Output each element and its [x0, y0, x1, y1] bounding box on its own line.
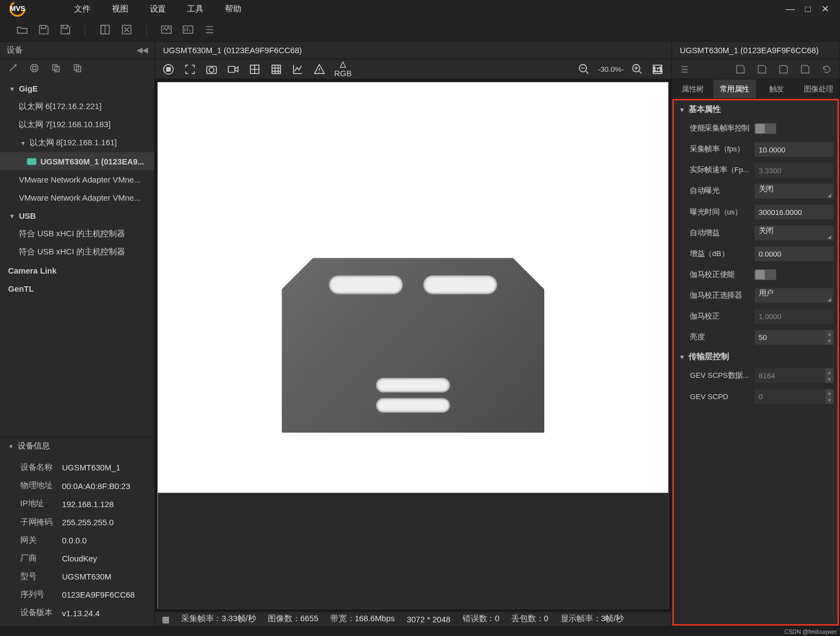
prop-gamma-sel-select[interactable]: 用户	[754, 288, 833, 303]
close-button[interactable]: ✕	[819, 3, 831, 15]
warning-icon[interactable]	[313, 63, 326, 76]
menu-tools[interactable]: 工具	[177, 0, 215, 18]
status-fps-value: 3.33帧/秒	[222, 614, 256, 623]
stop-capture-icon[interactable]	[162, 63, 176, 76]
tree-cameralink[interactable]: Camera Link	[0, 261, 154, 279]
fit-icon[interactable]: 1:1	[651, 63, 664, 76]
spin-up-icon[interactable]: ▲	[825, 368, 833, 376]
main-tab[interactable]: UGSMT630M_1 (0123EA9F9F6CC68)	[155, 42, 671, 59]
spin-down-icon[interactable]: ▼	[825, 337, 833, 345]
devinfo-gw-value: 0.0.0.0	[62, 536, 87, 545]
save-icon[interactable]	[36, 22, 51, 37]
tree-vmnet1[interactable]: VMware Network Adapter VMne...	[0, 171, 154, 189]
menu-settings[interactable]: 设置	[139, 0, 177, 18]
tree-gentl[interactable]: GenTL	[0, 280, 154, 298]
tree-eth6[interactable]: 以太网 6[172.16.2.221]	[0, 98, 154, 116]
minimize-button[interactable]: —	[784, 3, 796, 15]
prop-gain-label: 增益（dB）	[690, 248, 754, 258]
prop-brightness-label: 亮度	[690, 332, 754, 342]
chevron-down-icon: ▾	[7, 442, 15, 450]
fullscreen-icon[interactable]	[183, 63, 197, 76]
prop-auto-exp-label: 自动曝光	[690, 186, 754, 196]
status-bw-value: 168.6Mbps	[354, 614, 394, 623]
props-list-icon[interactable]	[677, 61, 692, 76]
sidebar-collapse-icon[interactable]: ◀◀	[137, 46, 148, 55]
copy2-icon[interactable]	[70, 61, 85, 76]
prop-exposure-label: 曝光时间（us）	[690, 207, 754, 217]
props-toolbar	[672, 59, 839, 80]
copy-icon[interactable]	[48, 61, 63, 76]
layout2-icon[interactable]	[119, 22, 134, 37]
tree-vmnet2[interactable]: VMware Network Adapter VMne...	[0, 189, 154, 207]
menu-help[interactable]: 帮助	[215, 0, 252, 18]
tab-property-tree[interactable]: 属性树	[672, 80, 713, 98]
prop-fps-input[interactable]	[754, 141, 833, 156]
wand-icon[interactable]	[5, 61, 20, 76]
status-lost-value: 0	[544, 614, 548, 623]
sidebar-title: 设备	[7, 44, 137, 56]
tab-common-props[interactable]: 常用属性	[714, 80, 756, 98]
tree-eth7[interactable]: 以太网 7[192.168.10.183]	[0, 116, 154, 134]
tab-image-proc[interactable]: 图像处理	[798, 80, 839, 98]
tree-camera-selected[interactable]: UGSMT630M_1 (0123EA9...	[0, 152, 154, 171]
chevron-down-icon: ▾	[678, 353, 686, 360]
chart-icon[interactable]	[291, 63, 305, 76]
spin-down-icon[interactable]: ▼	[825, 396, 833, 404]
tree-eth8[interactable]: ▾以太网 8[192.168.1.161]	[0, 134, 154, 152]
zoom-out-icon[interactable]	[578, 63, 591, 76]
group-transport[interactable]: ▾传输层控制	[674, 348, 837, 365]
maximize-button[interactable]: □	[802, 3, 814, 15]
devinfo-ip-label: IP地址	[20, 498, 62, 510]
prop-gain-input[interactable]	[754, 246, 833, 261]
tree-gige[interactable]: ▾GigE	[0, 80, 154, 98]
save-all-icon[interactable]	[58, 22, 73, 37]
prop-fps-enable-label: 使能采集帧率控制	[690, 123, 754, 133]
device-info-header[interactable]: ▾设备信息	[0, 437, 154, 455]
status-err-label: 错误数：	[463, 614, 495, 623]
main-toolbar	[0, 18, 839, 42]
grid-icon[interactable]	[248, 63, 262, 76]
zoom-in-icon[interactable]	[630, 63, 644, 76]
props-import-icon[interactable]	[776, 61, 791, 76]
prop-exposure-input[interactable]	[754, 205, 833, 219]
props-export-icon[interactable]	[798, 61, 813, 76]
tree-usb[interactable]: ▾USB	[0, 207, 154, 225]
grid2-icon[interactable]	[269, 63, 283, 76]
status-dfps-value: 3帧/秒	[601, 614, 624, 623]
devinfo-model-value: UGSMT630M	[62, 572, 111, 581]
rgb-icon[interactable]: RGB	[334, 60, 352, 78]
group-basic[interactable]: ▾基本属性	[674, 100, 837, 118]
svg-point-16	[209, 67, 214, 72]
tree-usbctrl1[interactable]: 符合 USB xHCI 的主机控制器	[0, 225, 154, 243]
menu-file[interactable]: 文件	[63, 0, 101, 18]
snapshot-icon[interactable]	[205, 63, 218, 76]
open-icon[interactable]	[15, 22, 30, 37]
record-icon[interactable]	[227, 63, 240, 76]
captured-image	[281, 258, 544, 433]
spin-down-icon[interactable]: ▼	[825, 376, 833, 383]
histogram-icon[interactable]	[181, 22, 195, 37]
prop-auto-gain-select[interactable]: 关闭	[754, 225, 833, 240]
spin-up-icon[interactable]: ▲	[825, 330, 833, 337]
prop-fps-enable-toggle[interactable]	[754, 123, 776, 134]
tree-usbctrl2[interactable]: 符合 USB xHCI 的主机控制器	[0, 243, 154, 261]
tab-trigger[interactable]: 触发	[756, 80, 797, 98]
right-tab[interactable]: UGSMT630M_1 (0123EA9F9F6CC68)	[672, 42, 839, 59]
layout1-icon[interactable]	[98, 22, 112, 37]
prop-gamma-enable-toggle[interactable]	[754, 269, 776, 280]
list-icon[interactable]	[202, 22, 217, 37]
stop-icon[interactable]	[27, 61, 42, 76]
waveform-icon[interactable]	[159, 22, 174, 37]
props-load-icon[interactable]	[733, 61, 748, 76]
prop-auto-exp-select[interactable]: 关闭	[754, 184, 833, 198]
image-canvas[interactable]	[157, 82, 668, 609]
prop-brightness-input[interactable]	[754, 330, 825, 344]
devinfo-model-label: 型号	[20, 571, 62, 582]
props-save-icon[interactable]	[754, 61, 769, 76]
devinfo-mask-label: 子网掩码	[20, 516, 62, 528]
spin-up-icon[interactable]: ▲	[825, 389, 833, 396]
props-refresh-icon[interactable]	[819, 61, 834, 76]
status-err-value: 0	[495, 614, 499, 623]
prop-auto-gain-label: 自动增益	[690, 228, 754, 237]
menu-view[interactable]: 视图	[101, 0, 139, 18]
